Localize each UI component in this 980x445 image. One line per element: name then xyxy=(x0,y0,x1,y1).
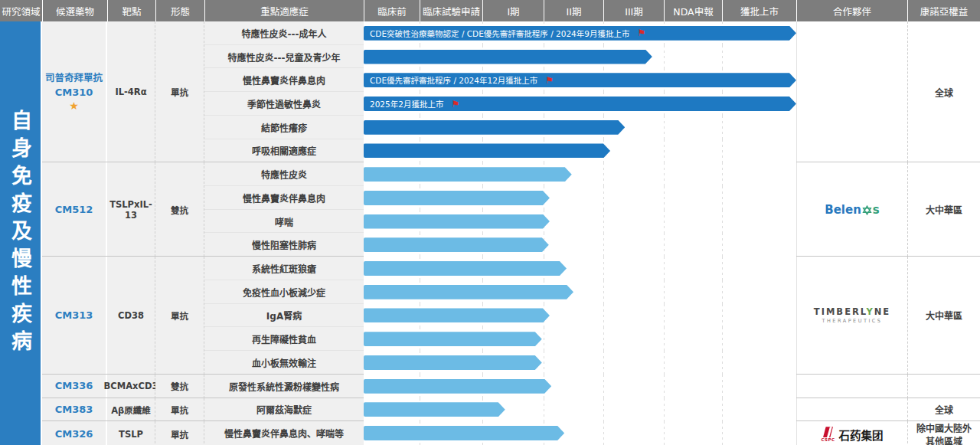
research-area-band: 自身免疫及慢性疾病 xyxy=(0,21,42,445)
phase-track xyxy=(364,162,796,186)
partner-cell-empty xyxy=(796,398,907,422)
indication-label: 呼吸相關適應症 xyxy=(204,139,364,163)
pipeline-row: 呼吸相關適應症 xyxy=(204,139,796,163)
drug-name: 司普奇拜單抗 xyxy=(45,71,103,86)
rights-cell: 大中華區 xyxy=(907,257,980,375)
drug-group-cm326: CM326 TSLP 單抗 慢性鼻竇炎伴鼻息肉、哮喘等 xyxy=(42,421,980,445)
pipeline-row: 原發性系統性澱粉樣變性病 xyxy=(204,375,796,398)
progress-bar xyxy=(364,167,572,182)
header-research-area: 研究領域 xyxy=(0,0,42,21)
pipeline-row: 慢性鼻竇炎伴鼻息肉 CDE優先審評審批程序 / 2024年12月獲批上市 ⚑ xyxy=(204,68,796,92)
indication-rows: 特應性皮炎---成年人 CDE突破性治療藥物認定 / CDE優先審評審批程序 /… xyxy=(204,21,796,162)
progress-bar xyxy=(364,402,505,417)
partner-cell-timberlyne: TIMBERLYNE THERAPEUTICS xyxy=(796,257,907,375)
progress-bar xyxy=(364,355,542,370)
indication-rows: 慢性鼻竇炎伴鼻息肉、哮喘等 xyxy=(204,421,796,445)
pipeline-row: 季節性過敏性鼻炎 2025年2月獲批上市 ⚑ xyxy=(204,92,796,116)
header-preclinical: 臨床前 xyxy=(364,0,420,21)
drug-cell: CM336 xyxy=(42,375,107,398)
flag-icon: ⚑ xyxy=(545,76,554,85)
indication-label: 結節性癢疹 xyxy=(204,116,364,139)
phase-track xyxy=(364,45,796,69)
modality-cell: 單抗 xyxy=(155,398,204,422)
pipeline-row: 特應性皮炎 xyxy=(204,162,796,186)
header-approved: 獲批上市 xyxy=(722,0,796,21)
phase-track xyxy=(364,421,796,445)
bar-milestone-label: CDE突破性治療藥物認定 / CDE優先審評審批程序 / 2024年9月獲批上市 xyxy=(370,28,629,39)
indication-label: 季節性過敏性鼻炎 xyxy=(204,92,364,116)
rights-cell: 除中國大陸外 其他區域 xyxy=(907,421,980,445)
pipeline-row: 特應性皮炎---兒童及青少年 xyxy=(204,45,796,69)
drug-group-cm383: CM383 Aβ原纖維 單抗 阿爾茲海默症 全球 xyxy=(42,398,980,422)
rights-cell xyxy=(907,375,980,398)
indication-label: 慢性鼻竇炎伴鼻息肉 xyxy=(204,68,364,92)
table-header: 研究領域 候選藥物 靶點 形態 重點適應症 臨床前 臨床試驗申請 I期 II期 … xyxy=(0,0,980,21)
header-phase3: III期 xyxy=(603,0,664,21)
progress-bar xyxy=(364,50,652,64)
modality-cell: 雙抗 xyxy=(155,162,204,257)
modality-cell: 單抗 xyxy=(155,21,204,162)
drug-code: CM512 xyxy=(55,203,93,217)
drug-code: CM336 xyxy=(55,379,93,393)
timberlyne-logo-subtext: THERAPEUTICS xyxy=(814,318,890,324)
target-cell: TSLPxIL-13 xyxy=(107,162,155,257)
progress-bar xyxy=(364,285,573,299)
timberlyne-logo: TIMBERLYNE THERAPEUTICS xyxy=(814,306,890,324)
drug-group-cm336: CM336 BCMAxCD3 雙抗 原發性系統性澱粉樣變性病 xyxy=(42,375,980,398)
phase-track xyxy=(364,280,796,304)
drug-group-cm310: 司普奇拜單抗 CM310 ★ IL-4Rα 單抗 特應性皮炎---成年人 CDE… xyxy=(42,21,980,162)
indication-label: 慢性阻塞性肺病 xyxy=(204,233,364,257)
indication-label: 慢性鼻竇炎伴鼻息肉 xyxy=(204,186,364,210)
progress-bar xyxy=(364,143,610,158)
progress-bar: CDE優先審評審批程序 / 2024年12月獲批上市 ⚑ xyxy=(364,73,796,87)
progress-bar xyxy=(364,191,550,205)
flag-icon: ⚑ xyxy=(637,28,645,38)
pipeline-row: 特應性皮炎---成年人 CDE突破性治療藥物認定 / CDE優先審評審批程序 /… xyxy=(204,21,796,45)
header-candidate-drug: 候選藥物 xyxy=(42,0,107,21)
pipeline-row: 系統性紅斑狼瘡 xyxy=(204,257,796,280)
drug-code: CM383 xyxy=(55,403,93,417)
indication-rows: 系統性紅斑狼瘡 免疫性血小板減少症 IgA腎病 xyxy=(204,257,796,375)
drug-code: CM310 xyxy=(55,86,93,100)
cspc-logo-subtext: CSPC xyxy=(821,437,835,442)
indication-label: 阿爾茲海默症 xyxy=(204,398,364,422)
progress-bar xyxy=(364,237,549,252)
target-cell: BCMAxCD3 xyxy=(107,375,155,398)
indication-label: 免疫性血小板減少症 xyxy=(204,280,364,304)
pipeline-row: 再生障礙性貧血 xyxy=(204,327,796,351)
drug-groups: 司普奇拜單抗 CM310 ★ IL-4Rα 單抗 特應性皮炎---成年人 CDE… xyxy=(42,21,980,445)
pipeline-row: 慢性阻塞性肺病 xyxy=(204,233,796,257)
pipeline-chart: 研究領域 候選藥物 靶點 形態 重點適應症 臨床前 臨床試驗申請 I期 II期 … xyxy=(0,0,980,445)
belenos-star-icon xyxy=(862,205,872,215)
progress-bar: 2025年2月獲批上市 ⚑ xyxy=(364,97,796,111)
indication-label: 慢性鼻竇炎伴鼻息肉、哮喘等 xyxy=(204,421,364,445)
partner-cell-empty xyxy=(796,375,907,398)
indication-rows: 原發性系統性澱粉樣變性病 xyxy=(204,375,796,398)
indication-rows: 特應性皮炎 慢性鼻竇炎伴鼻息肉 哮喘 xyxy=(204,162,796,257)
target-cell: CD38 xyxy=(107,257,155,375)
phase-track xyxy=(364,139,796,163)
pipeline-row: 血小板無效輸注 xyxy=(204,351,796,375)
timberlyne-logo-text: TIMBERLYNE xyxy=(814,306,890,317)
rights-cell: 全球 xyxy=(907,398,980,422)
pipeline-row: 阿爾茲海默症 xyxy=(204,398,796,422)
phase-track xyxy=(364,398,796,422)
modality-cell: 單抗 xyxy=(155,421,204,445)
target-cell: TSLP xyxy=(107,421,155,445)
drug-code: CM326 xyxy=(55,427,93,441)
progress-bar xyxy=(364,120,625,135)
indication-label: 特應性皮炎---成年人 xyxy=(204,21,364,45)
phase-track xyxy=(364,375,796,398)
partner-cell-cspc: CSPC 石药集团 xyxy=(796,421,907,445)
phase-track xyxy=(364,186,796,210)
research-area-label: 自身免疫及慢性疾病 xyxy=(5,110,35,358)
cspc-logo: CSPC 石药集团 xyxy=(821,427,883,443)
header-phase1: I期 xyxy=(482,0,544,21)
header-indication: 重點適應症 xyxy=(204,0,364,21)
phase-track xyxy=(364,327,796,351)
flag-icon: ⚑ xyxy=(451,100,459,109)
drug-group-cm313: CM313 CD38 單抗 系統性紅斑狼瘡 免疫性血小板減少症 xyxy=(42,257,980,375)
pipeline-row: 慢性鼻竇炎伴鼻息肉、哮喘等 xyxy=(204,421,796,445)
header-modality: 形態 xyxy=(155,0,204,21)
indication-label: 原發性系統性澱粉樣變性病 xyxy=(204,375,364,398)
